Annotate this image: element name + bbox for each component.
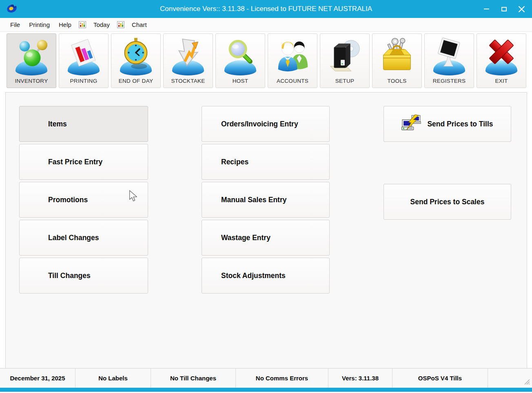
status-tills-type: OSPoS V4 Tills bbox=[392, 369, 488, 388]
inventory-button-column-3: Send Prices to Tills Send Prices to Scal… bbox=[383, 106, 511, 220]
menu-today[interactable]: Today bbox=[89, 18, 114, 31]
manual-sales-entry-button[interactable]: Manual Sales Entry bbox=[202, 182, 330, 218]
pos-terminal-icon bbox=[425, 34, 474, 78]
statusbar: December 31, 2025 No Labels No Till Chan… bbox=[0, 368, 532, 388]
toolbox-icon bbox=[372, 34, 421, 78]
label-changes-button[interactable]: Label Changes bbox=[19, 220, 148, 256]
button-label: Send Prices to Scales bbox=[410, 198, 485, 206]
toolbar: INVENTORY PRINTING bbox=[0, 32, 532, 92]
toolbar-button-setup[interactable]: SETUP bbox=[320, 33, 370, 88]
network-computers-icon bbox=[401, 115, 421, 133]
menu-help[interactable]: Help bbox=[54, 18, 76, 31]
status-empty bbox=[488, 369, 532, 388]
inventory-button-column-1: Items Fast Price Entry Promotions Label … bbox=[19, 106, 148, 294]
bar-chart-icon bbox=[79, 21, 86, 28]
till-changes-button[interactable]: Till Changes bbox=[19, 258, 148, 294]
red-x-icon bbox=[477, 34, 526, 78]
window-title: Convenience Vers:: 3.11.38 - Licensed to… bbox=[0, 0, 532, 18]
app-window: Convenience Vers:: 3.11.38 - Licensed to… bbox=[0, 0, 532, 393]
status-comms-errors: No Comms Errors bbox=[236, 369, 328, 388]
promotions-button[interactable]: Promotions bbox=[19, 182, 148, 218]
toolbar-button-host[interactable]: HOST bbox=[215, 33, 265, 88]
main-area: Items Fast Price Entry Promotions Label … bbox=[0, 92, 532, 368]
toolbar-label: TOOLS bbox=[387, 78, 406, 88]
menu-file[interactable]: File bbox=[6, 18, 24, 31]
minimize-button[interactable] bbox=[482, 5, 490, 13]
computer-cd-icon bbox=[320, 34, 369, 78]
toolbar-button-printing[interactable]: PRINTING bbox=[59, 33, 109, 88]
send-prices-to-scales-button[interactable]: Send Prices to Scales bbox=[383, 184, 511, 220]
stock-arrows-icon bbox=[164, 34, 213, 78]
toolbar-button-exit[interactable]: EXIT bbox=[477, 33, 526, 88]
people-icon bbox=[268, 34, 317, 78]
molecule-icon bbox=[7, 34, 56, 78]
toolbar-label: SETUP bbox=[335, 78, 355, 88]
menu-printing[interactable]: Printing bbox=[24, 18, 54, 31]
fast-price-entry-button[interactable]: Fast Price Entry bbox=[19, 144, 148, 180]
menu-chart[interactable]: Chart bbox=[127, 18, 151, 31]
orders-invoicing-entry-button[interactable]: Orders/Invoicing Entry bbox=[202, 106, 330, 142]
send-prices-to-tills-button[interactable]: Send Prices to Tills bbox=[383, 106, 511, 142]
recipes-button[interactable]: Recipes bbox=[202, 144, 330, 180]
toolbar-label: PRINTING bbox=[70, 78, 98, 88]
window-bottom-border bbox=[0, 388, 532, 392]
items-button[interactable]: Items bbox=[19, 106, 148, 142]
inventory-button-column-2: Orders/Invoicing Entry Recipes Manual Sa… bbox=[202, 106, 330, 294]
toolbar-label: END OF DAY bbox=[119, 78, 153, 88]
main-panel: Items Fast Price Entry Promotions Label … bbox=[5, 92, 527, 369]
toolbar-button-stocktake[interactable]: STOCKTAKE bbox=[163, 33, 213, 88]
bar-chart-icon bbox=[117, 21, 124, 28]
toolbar-button-end-of-day[interactable]: END OF DAY bbox=[111, 33, 161, 88]
toolbar-label: ACCOUNTS bbox=[277, 78, 308, 88]
menubar: File Printing Help Today Chart bbox=[0, 18, 532, 32]
toolbar-button-tools[interactable]: TOOLS bbox=[372, 33, 422, 88]
status-till-changes: No Till Changes bbox=[151, 369, 236, 388]
toolbar-label: REGISTERS bbox=[433, 78, 466, 88]
titlebar: Convenience Vers:: 3.11.38 - Licensed to… bbox=[0, 0, 532, 18]
toolbar-label: EXIT bbox=[495, 78, 508, 88]
close-button[interactable] bbox=[517, 5, 525, 13]
status-version: Vers: 3.11.38 bbox=[328, 369, 392, 388]
toolbar-label: INVENTORY bbox=[15, 78, 48, 88]
magnifier-icon bbox=[216, 34, 265, 78]
stopwatch-icon bbox=[111, 34, 160, 78]
status-labels: No Labels bbox=[75, 369, 151, 388]
button-label: Send Prices to Tills bbox=[427, 120, 493, 128]
wastage-entry-button[interactable]: Wastage Entry bbox=[202, 220, 330, 256]
maximize-button[interactable] bbox=[500, 5, 508, 13]
stock-adjustments-button[interactable]: Stock Adjustments bbox=[202, 258, 330, 294]
window-controls bbox=[482, 0, 525, 18]
status-date: December 31, 2025 bbox=[0, 369, 75, 388]
resize-grip-icon[interactable] bbox=[523, 378, 530, 386]
toolbar-label: HOST bbox=[233, 78, 248, 88]
print-report-icon bbox=[59, 34, 108, 78]
toolbar-button-registers[interactable]: REGISTERS bbox=[424, 33, 474, 88]
toolbar-button-accounts[interactable]: ACCOUNTS bbox=[268, 33, 317, 88]
toolbar-button-inventory[interactable]: INVENTORY bbox=[7, 33, 56, 88]
toolbar-label: STOCKTAKE bbox=[171, 78, 205, 88]
